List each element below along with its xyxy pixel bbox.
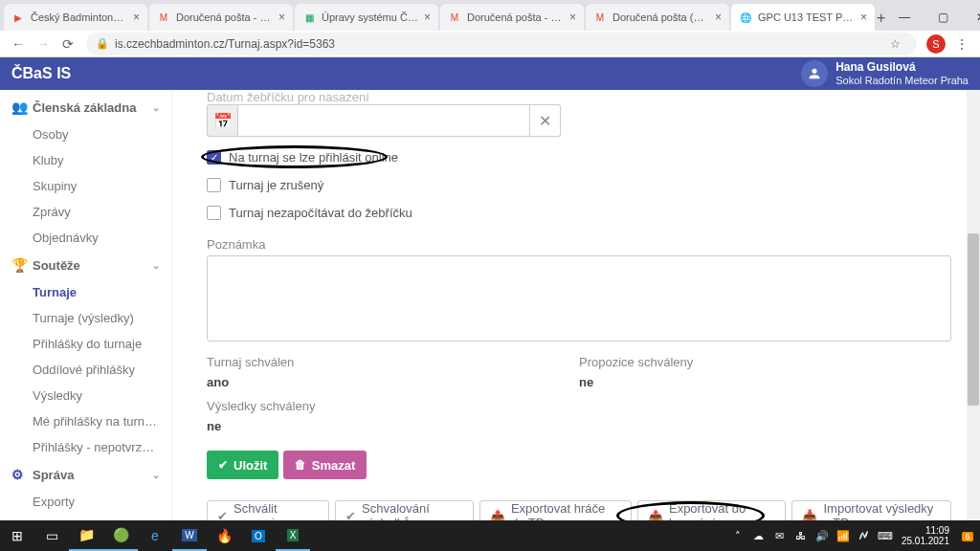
scroll-thumb[interactable] bbox=[968, 233, 979, 406]
edge-icon: e bbox=[151, 528, 159, 543]
approve-vysledky-button[interactable]: ✔ Schvalování výsledků bbox=[335, 500, 474, 520]
save-button[interactable]: ✔ Uložit bbox=[207, 451, 278, 479]
date-input-group: 📅 ✕ bbox=[207, 104, 561, 137]
sidebar-item-kluby[interactable]: Kluby bbox=[0, 147, 171, 173]
sidebar-item-exporty[interactable]: Exporty bbox=[0, 489, 171, 515]
delete-button[interactable]: 🗑 Smazat bbox=[283, 451, 368, 479]
calendar-icon[interactable]: 📅 bbox=[207, 104, 237, 137]
word-button[interactable]: W bbox=[172, 520, 207, 551]
tab-title: Doručená pošta - musi bbox=[467, 11, 564, 23]
scrollbar[interactable] bbox=[967, 90, 980, 520]
sidebar-item-turnaje-vysledky[interactable]: Turnaje (výsledky) bbox=[0, 305, 171, 331]
sidebar-item-turnaje[interactable]: Turnaje bbox=[0, 279, 171, 305]
note-textarea[interactable] bbox=[207, 255, 951, 342]
user-menu[interactable]: Hana Gusilová Sokol Radotín Meteor Praha bbox=[801, 60, 969, 87]
sidebar-group-members[interactable]: 👥 Členská základna ⌄ bbox=[0, 93, 171, 121]
clear-date-button[interactable]: ✕ bbox=[530, 104, 561, 137]
close-icon[interactable]: × bbox=[133, 11, 140, 23]
turnaj-approved-value: ano bbox=[207, 375, 579, 389]
menu-button[interactable]: ⋮ bbox=[949, 32, 974, 56]
close-icon[interactable]: × bbox=[569, 11, 576, 23]
sidebar-item-objednavky[interactable]: Objednávky bbox=[0, 225, 171, 251]
checkbox-online-row[interactable]: ✓ Na turnaj se lze přihlásit online bbox=[207, 150, 951, 165]
app-title: ČBaS IS bbox=[11, 65, 801, 82]
firefox-button[interactable]: 🔥 bbox=[207, 520, 241, 551]
approve-propozice-label: Schválit propozice bbox=[234, 501, 319, 520]
outlook-button[interactable]: O bbox=[241, 520, 276, 551]
sidebar-item-skupiny[interactable]: Skupiny bbox=[0, 173, 171, 199]
close-icon[interactable]: × bbox=[278, 11, 285, 23]
browser-tab[interactable]: ▶ Český Badmintonový S × bbox=[4, 4, 147, 31]
sidebar-item-prihlasky-nepotvrz[interactable]: Přihlášky - nepotvrzení ... bbox=[0, 434, 171, 460]
sidebar-item-zpravy[interactable]: Zprávy bbox=[0, 199, 171, 225]
tray-volume-icon[interactable]: 🔊 bbox=[812, 530, 833, 542]
minimize-button[interactable]: — bbox=[885, 4, 924, 31]
tray-wifi-icon[interactable]: 📶 bbox=[833, 530, 854, 542]
tray-keyboard-icon[interactable]: ⌨ bbox=[875, 530, 896, 542]
date-input[interactable] bbox=[237, 104, 530, 137]
sidebar-group-sprava[interactable]: ⚙ Správa ⌄ bbox=[0, 460, 171, 489]
tray-chevron-icon[interactable]: ˄ bbox=[727, 530, 748, 542]
approve-propozice-button[interactable]: ✔ Schválit propozice bbox=[207, 500, 329, 520]
export-draw-button[interactable]: 📤 Exportovat do losování bbox=[637, 500, 787, 520]
approve-vysledky-label: Schvalování výsledků bbox=[362, 501, 463, 520]
bookmark-icon[interactable]: ☆ bbox=[882, 37, 907, 51]
sidebar-item-vysledky[interactable]: Výsledky bbox=[0, 383, 171, 408]
close-window-button[interactable]: ✕ bbox=[962, 4, 980, 31]
reload-button[interactable]: ⟳ bbox=[56, 32, 80, 56]
checkbox-cancelled[interactable] bbox=[207, 178, 221, 192]
tray-clock[interactable]: 11:09 25.01.2021 bbox=[896, 525, 955, 546]
tray-message-icon[interactable]: ✉ bbox=[769, 530, 791, 542]
tab-title: Český Badmintonový S bbox=[31, 11, 127, 23]
checkbox-norank-row[interactable]: Turnaj nezapočítávat do žebříčku bbox=[207, 206, 951, 220]
tray-battery-icon[interactable]: 🗲 bbox=[854, 530, 875, 541]
browser-tab[interactable]: M Doručená pošta (93) - h × bbox=[586, 4, 729, 31]
vysledky-approved-value: ne bbox=[207, 419, 951, 433]
checkbox-cancelled-label: Turnaj je zrušený bbox=[229, 178, 323, 192]
explorer-button[interactable]: 📁 bbox=[69, 520, 103, 551]
main-content: Datum žebříčku pro nasazení 📅 ✕ ✓ Na tur… bbox=[172, 90, 980, 520]
maximize-button[interactable]: ▢ bbox=[924, 4, 962, 31]
save-button-label: Uložit bbox=[234, 458, 267, 473]
annotation-circle bbox=[201, 145, 388, 168]
tray-network-icon[interactable]: 🖧 bbox=[791, 530, 812, 541]
new-tab-button[interactable]: + bbox=[877, 6, 885, 31]
sidebar-item-oddilove[interactable]: Oddílové přihlášky bbox=[0, 357, 171, 383]
back-button[interactable]: ← bbox=[6, 32, 31, 56]
close-icon[interactable]: × bbox=[424, 11, 431, 23]
excel-button[interactable]: X bbox=[276, 520, 310, 551]
profile-avatar[interactable]: S bbox=[926, 34, 946, 54]
sheets-icon: ▦ bbox=[302, 11, 316, 24]
checkbox-norank[interactable] bbox=[207, 206, 221, 220]
sidebar-item-prihlasky[interactable]: Přihlášky do turnaje bbox=[0, 331, 171, 357]
sidebar-group-souteze[interactable]: 🏆 Soutěže ⌄ bbox=[0, 251, 171, 279]
people-icon: 👥 bbox=[11, 99, 33, 115]
start-button[interactable]: ⊞ bbox=[0, 520, 34, 551]
browser-tab[interactable]: M Doručená pošta - musi × bbox=[440, 4, 584, 31]
import-results-button[interactable]: 📥 Importovat výsledky z TP bbox=[791, 500, 951, 520]
browser-tab[interactable]: ▦ Úpravy systému ČBaS × bbox=[295, 4, 438, 31]
import-results-label: Importovat výsledky z TP bbox=[823, 501, 941, 520]
check-icon: ✔ bbox=[218, 458, 228, 472]
tab-title: GPC U13 TEST Praha - G bbox=[758, 11, 855, 23]
outlook-icon: O bbox=[252, 530, 265, 542]
chrome-button[interactable]: 🟢 bbox=[103, 520, 138, 551]
forward-button[interactable]: → bbox=[31, 32, 56, 56]
sidebar: 👥 Členská základna ⌄ Osoby Kluby Skupiny… bbox=[0, 90, 172, 520]
favicon-icon: ▶ bbox=[11, 11, 25, 24]
sidebar-item-osoby[interactable]: Osoby bbox=[0, 121, 171, 147]
sidebar-item-me-prihlasky[interactable]: Mé přihlášky na turnaje bbox=[0, 408, 171, 434]
tray-notifications[interactable]: 6 bbox=[955, 531, 980, 541]
checkbox-cancelled-row[interactable]: Turnaj je zrušený bbox=[207, 178, 951, 192]
gear-icon: ⚙ bbox=[11, 467, 33, 482]
close-icon[interactable]: × bbox=[860, 11, 867, 23]
address-bar[interactable]: 🔒 is.czechbadminton.cz/Turnaj.aspx?id=53… bbox=[86, 33, 917, 55]
browser-tab-active[interactable]: 🌐 GPC U13 TEST Praha - G × bbox=[731, 4, 875, 31]
export-players-button[interactable]: 📤 Exportovat hráče do TP bbox=[479, 500, 632, 520]
tray-onedrive-icon[interactable]: ☁ bbox=[748, 530, 769, 542]
close-icon[interactable]: × bbox=[715, 11, 722, 23]
browser-tab[interactable]: M Doručená pošta - stk@ × bbox=[149, 4, 293, 31]
taskview-button[interactable]: ▭ bbox=[34, 520, 69, 551]
edge-button[interactable]: e bbox=[138, 520, 172, 551]
trash-icon: 🗑 bbox=[295, 458, 306, 472]
